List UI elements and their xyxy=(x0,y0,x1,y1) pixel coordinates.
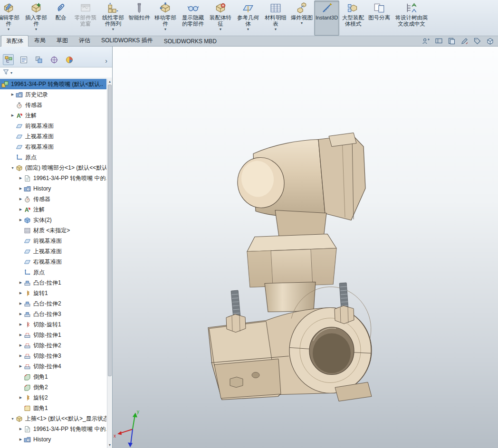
tree-item[interactable]: ▶凸台-拉伸3 xyxy=(0,309,106,319)
expand-arrow-icon[interactable]: ▶ xyxy=(18,176,24,180)
tree-item[interactable]: 倒角2 xyxy=(0,382,106,392)
tags-icon[interactable] xyxy=(473,37,481,45)
toolbar-button-instant3d[interactable]: Instant3D xyxy=(314,0,339,36)
dropdown-arrow-icon[interactable]: ▼ xyxy=(247,28,250,31)
tree-scrollbar[interactable]: ▲ ▼ xyxy=(107,79,112,448)
tree-item[interactable]: 圆角1 xyxy=(0,403,106,413)
panels-icon[interactable] xyxy=(448,37,456,45)
dimxpert-tab[interactable] xyxy=(48,54,59,65)
expand-arrow-icon[interactable]: ▶ xyxy=(18,343,24,347)
tree-item[interactable]: ▶实体(2) xyxy=(0,215,106,225)
toolbar-button-edit-component[interactable]: 编辑零部件▼ xyxy=(0,0,22,36)
tree-item[interactable]: ▶切除-旋转1 xyxy=(0,319,106,330)
expand-arrow-icon[interactable]: ▶ xyxy=(18,187,24,191)
expand-arrow-icon[interactable]: ▶ xyxy=(18,208,24,211)
toolbar-button-bom[interactable]: 材料明细表▼ xyxy=(262,0,289,36)
expand-arrow-icon[interactable]: ▶ xyxy=(18,396,24,400)
expand-arrow-icon[interactable]: ▶ xyxy=(10,114,16,117)
filter-funnel-icon[interactable] xyxy=(3,69,9,76)
markup-icon[interactable] xyxy=(460,37,469,45)
tab-layout[interactable]: 布局 xyxy=(29,35,51,46)
toolbar-button-translate-tree[interactable]: 将设计树由英文改成中文 xyxy=(392,0,431,36)
propertymanager-tab[interactable] xyxy=(18,54,29,65)
tab-solidworks-mbd[interactable]: SOLIDWORKS MBD xyxy=(159,36,222,46)
expand-arrow-icon[interactable]: ▶ xyxy=(18,302,24,305)
tree-item[interactable]: 原点 xyxy=(0,267,106,277)
expand-arrow-icon[interactable]: ▶ xyxy=(18,427,24,431)
tree-item[interactable]: ▶切除-拉伸2 xyxy=(0,340,106,351)
tab-evaluate[interactable]: 评估 xyxy=(74,35,96,46)
tree-item[interactable]: 材质 <未指定> xyxy=(0,225,106,236)
expand-arrow-icon[interactable]: ▶ xyxy=(18,333,24,337)
display-pane-icon[interactable] xyxy=(435,37,443,45)
tree-item[interactable]: ▶切除-拉伸4 xyxy=(0,361,106,372)
dropdown-arrow-icon[interactable]: ▼ xyxy=(219,28,222,31)
toolbar-button-move-component[interactable]: 移动零部件▼ xyxy=(152,0,179,36)
model-3d[interactable] xyxy=(208,133,372,401)
tree-item[interactable]: 上视基准面 xyxy=(0,246,106,257)
scroll-track[interactable] xyxy=(107,376,112,442)
scroll-up-icon[interactable]: ▲ xyxy=(107,79,112,85)
toolbar-button-mate[interactable]: 配合 xyxy=(50,0,72,36)
expand-arrow-icon[interactable]: ▶ xyxy=(18,218,24,222)
dropdown-arrow-icon[interactable]: ▼ xyxy=(274,28,278,31)
panel-expand-chevron-icon[interactable]: › xyxy=(103,57,109,65)
toolbar-button-exploded-view[interactable]: 爆炸视图▼ xyxy=(289,0,314,36)
toolbar-button-smart-fasteners[interactable]: 智能扣件 xyxy=(127,0,152,36)
tree-item[interactable]: ▶History xyxy=(0,183,106,194)
expand-arrow-icon[interactable]: ▶ xyxy=(18,364,24,368)
graphics-area[interactable]: x y z xyxy=(113,47,498,448)
dropdown-arrow-icon[interactable]: ▼ xyxy=(35,28,38,31)
tree-item[interactable]: ▶A注解 xyxy=(0,110,106,121)
filter-dropdown-icon[interactable]: ▾ xyxy=(10,71,12,75)
tree-item[interactable]: 右视基准面 xyxy=(0,142,106,152)
tree-item[interactable]: ▶History xyxy=(0,434,106,445)
toolbar-button-reference-geometry[interactable]: 参考几何体▼ xyxy=(234,0,262,36)
dropdown-arrow-icon[interactable]: ▼ xyxy=(7,28,10,31)
tree-item[interactable]: ▶凸台-拉伸2 xyxy=(0,298,106,309)
toolbar-button-assembly-features[interactable]: 装配体特征▼ xyxy=(207,0,234,36)
display-manager-tab[interactable] xyxy=(64,54,75,65)
expand-arrow-icon[interactable]: ▶ xyxy=(18,291,24,295)
scroll-thumb[interactable] xyxy=(108,85,112,376)
tree-item[interactable]: 右视基准面 xyxy=(0,257,106,267)
scroll-down-icon[interactable]: ▼ xyxy=(107,442,112,448)
expand-arrow-icon[interactable]: ▶ xyxy=(18,323,24,326)
tree-item[interactable]: ▶切除-拉伸3 xyxy=(0,351,106,361)
expand-arrow-icon[interactable]: ▶ xyxy=(18,312,24,316)
tab-sketch[interactable]: 草图 xyxy=(51,35,73,46)
tree-item[interactable]: ▶凸台-拉伸1 xyxy=(0,277,106,288)
expand-arrow-icon[interactable]: ▶ xyxy=(18,281,24,285)
tree-item[interactable]: 19961-3/4-PP 转角喷嘴 (默认<默认.. xyxy=(0,79,106,89)
tree-item[interactable]: ▶切除-拉伸1 xyxy=(0,330,106,340)
expand-arrow-icon[interactable]: ▼ xyxy=(10,166,16,170)
tree-item[interactable]: ▼上箍<1> (默认<<默认>_显示状态 xyxy=(0,413,106,424)
toolbar-button-linear-pattern[interactable]: 线性零部件阵列▼ xyxy=(99,0,127,36)
tree-item[interactable]: ▶旋转2 xyxy=(0,392,106,403)
tree-item[interactable]: 前视基准面 xyxy=(0,121,106,131)
tree-item[interactable]: ▶历史记录 xyxy=(0,89,106,100)
dropdown-arrow-icon[interactable]: ▼ xyxy=(112,28,115,31)
tab-solidworks-add-ins[interactable]: SOLIDWORKS 插件 xyxy=(96,35,158,46)
expand-arrow-icon[interactable]: ▶ xyxy=(18,197,24,201)
dropdown-arrow-icon[interactable]: ▼ xyxy=(164,28,167,31)
tree-item[interactable]: 前视基准面 xyxy=(0,236,106,246)
tree-item[interactable]: ▼(固定) 喷嘴部分<1> (默认<<默认 xyxy=(0,162,106,173)
tree-item[interactable]: 原点 xyxy=(0,152,106,162)
toolbar-button-drawing-split[interactable]: 图号分离 xyxy=(367,0,392,36)
tab-assembly[interactable]: 装配体 xyxy=(1,35,29,47)
toolbar-button-large-assembly[interactable]: 大型装配体模式 xyxy=(339,0,367,36)
expand-arrow-icon[interactable]: ▼ xyxy=(10,417,16,420)
tree-item[interactable]: ▶A注解 xyxy=(0,204,106,215)
featuremanager-tree-tab[interactable] xyxy=(3,54,14,65)
tree-item[interactable]: 倒角1 xyxy=(0,372,106,382)
collaborate-icon[interactable] xyxy=(422,37,430,45)
expand-arrow-icon[interactable]: ▶ xyxy=(18,354,24,358)
orientation-cube-icon[interactable] xyxy=(486,37,494,45)
configuration-manager-tab[interactable] xyxy=(33,54,44,65)
toolbar-button-show-hidden[interactable]: 显示隐藏的零部件 xyxy=(179,0,207,36)
tree-item[interactable]: ▶旋转1 xyxy=(0,288,106,298)
expand-arrow-icon[interactable]: ▶ xyxy=(10,93,16,96)
tree-item[interactable]: 上视基准面 xyxy=(0,131,106,142)
tree-item[interactable]: ▶传感器 xyxy=(0,194,106,204)
